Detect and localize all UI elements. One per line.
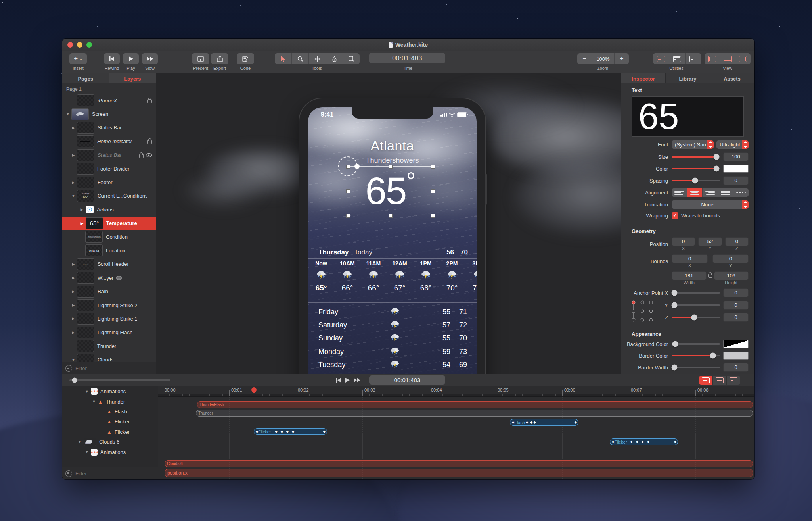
- timeline-row-flicker-2[interactable]: ▲ Flicker: [62, 427, 158, 437]
- layer-row-weather-layer[interactable]: ▶ ⋮ W...yer: [62, 271, 156, 285]
- track-bar-thunderflash[interactable]: ThunderFlash: [197, 401, 753, 408]
- disclosure-triangle[interactable]: ▼: [77, 440, 82, 444]
- selection-handle[interactable]: [346, 214, 350, 218]
- disclosure-triangle[interactable]: ▶: [80, 221, 84, 225]
- layer-row-current-conditions[interactable]: ▼ Atlanta65° Current L...Conditions: [62, 189, 156, 203]
- insert-button[interactable]: +⌄: [69, 53, 87, 64]
- border-color-swatch[interactable]: [723, 352, 749, 360]
- daily-row[interactable]: Sunday5570: [318, 332, 467, 345]
- timeline-row-animations-2[interactable]: ▼ ▲▲▲ Animations: [62, 447, 158, 457]
- wrapping-checkbox[interactable]: ✓: [672, 212, 678, 219]
- present-button[interactable]: [192, 53, 209, 64]
- selection-handle[interactable]: [431, 165, 435, 169]
- selection-handle[interactable]: [431, 214, 435, 218]
- disclosure-triangle[interactable]: ▶: [71, 276, 76, 280]
- disclosure-triangle[interactable]: ▶: [71, 126, 76, 130]
- export-button[interactable]: [211, 53, 228, 64]
- background-color-swatch[interactable]: [723, 340, 749, 348]
- timeline-row-flash[interactable]: ▲ Flash: [62, 407, 158, 417]
- zoom-level[interactable]: 100%: [592, 53, 615, 64]
- layer-row-condition[interactable]: Thundershowers Condition: [62, 230, 156, 244]
- timeline-row-flicker-1[interactable]: ▲ Flicker: [62, 417, 158, 427]
- daily-row[interactable]: Saturday5772: [318, 319, 467, 332]
- keyframe-diamond[interactable]: ◆: [533, 421, 536, 424]
- anchor-x-slider[interactable]: [672, 292, 720, 294]
- selection-handle[interactable]: [346, 189, 350, 193]
- disclosure-triangle[interactable]: ▶: [71, 317, 76, 321]
- timeline-row-clouds-6[interactable]: ▼ Clouds 6: [62, 437, 158, 447]
- keyframe-diamond[interactable]: ◆: [575, 421, 577, 424]
- daily-row[interactable]: Friday5571: [318, 306, 467, 319]
- keyframe-diamond[interactable]: ◆: [292, 430, 294, 433]
- disclosure-triangle[interactable]: ▶: [71, 181, 76, 185]
- pen-tool[interactable]: [326, 53, 343, 64]
- view-right-panel-button[interactable]: [735, 53, 751, 64]
- time-display[interactable]: 00:01:403: [369, 53, 445, 63]
- utilities-console-button[interactable]: [669, 53, 686, 64]
- rewind-button[interactable]: [104, 53, 120, 64]
- align-justify-button[interactable]: [718, 188, 733, 197]
- position-y-field[interactable]: 52: [698, 237, 722, 246]
- daily-row[interactable]: Tuesday5469: [318, 358, 467, 371]
- view-left-panel-button[interactable]: [705, 53, 720, 64]
- keyframe-diamond[interactable]: ◆: [281, 430, 283, 433]
- layer-row-actions[interactable]: ▶ Actions: [62, 203, 156, 216]
- zoom-out-button[interactable]: −: [577, 53, 592, 64]
- timeline-play-button[interactable]: [345, 378, 350, 383]
- layer-row-status-bar-hidden[interactable]: ▶ Status Bar: [62, 148, 156, 162]
- keyframe-bar-flicker-1[interactable]: ◆Flicker ◆◆◆◆ ◆: [254, 428, 327, 435]
- track-bar-thunder[interactable]: Thunder: [196, 410, 753, 417]
- disclosure-triangle[interactable]: ▶: [71, 303, 76, 307]
- border-color-slider[interactable]: [672, 355, 720, 356]
- layer-row-home-indicator[interactable]: Home Indicator: [62, 135, 156, 148]
- zoom-tool[interactable]: [292, 53, 309, 64]
- align-right-button[interactable]: [703, 188, 718, 197]
- track-bar-position-x[interactable]: position.x: [165, 469, 753, 477]
- tab-pages[interactable]: Pages: [62, 73, 109, 84]
- tab-assets[interactable]: Assets: [710, 73, 754, 84]
- border-width-slider[interactable]: [672, 367, 720, 368]
- keyframe-diamond[interactable]: ◆: [674, 440, 676, 444]
- spacing-value[interactable]: 0: [723, 176, 749, 185]
- align-left-button[interactable]: [672, 188, 687, 197]
- iphone-x-frame[interactable]: 9:41 Atlanta Thundershowers 65°: [299, 98, 485, 374]
- keyframe-diamond[interactable]: ◆: [275, 430, 278, 433]
- timeline-time-display[interactable]: 00:01:403: [369, 375, 445, 385]
- disclosure-triangle[interactable]: ▼: [65, 112, 70, 116]
- select-tool[interactable]: [275, 53, 292, 64]
- position-z-field[interactable]: 0: [725, 237, 749, 246]
- bounds-x-field[interactable]: 0: [672, 254, 708, 263]
- timeline-ruler[interactable]: 00:00 00:01 00:02 00:03 00:04 00:05 00:0…: [158, 386, 754, 397]
- height-field[interactable]: 109: [714, 271, 749, 280]
- layer-row-location[interactable]: Atlanta Location: [62, 244, 156, 257]
- layers-filter-input[interactable]: [75, 365, 124, 372]
- tab-inspector[interactable]: Inspector: [621, 73, 666, 84]
- layer-row-lightning-strike-1[interactable]: ▶ Lightning Strike 1: [62, 312, 156, 325]
- anchor-y-value[interactable]: 0: [723, 301, 749, 310]
- eye-icon[interactable]: [146, 153, 152, 157]
- code-button[interactable]: [237, 53, 254, 64]
- border-width-value[interactable]: 0: [723, 363, 749, 372]
- size-slider[interactable]: [672, 156, 720, 158]
- timeline-view-curves-button[interactable]: [713, 376, 727, 385]
- disclosure-triangle[interactable]: ▶: [71, 290, 76, 294]
- position-x-field[interactable]: 0: [672, 237, 695, 246]
- layer-row-status-bar[interactable]: ▶— Status Bar: [62, 121, 156, 135]
- layer-row-lightning-flash[interactable]: ▶ Lightning Flash: [62, 326, 156, 339]
- timeline-rewind-button[interactable]: [336, 378, 341, 383]
- timeline-row-thunder[interactable]: ▼ ▲ Thunder: [62, 396, 158, 406]
- size-value[interactable]: 100: [723, 152, 749, 161]
- keyframe-diamond[interactable]: ◆: [530, 421, 532, 424]
- anchor-z-slider[interactable]: [672, 317, 720, 318]
- layer-row-thunder[interactable]: Thunder: [62, 339, 156, 353]
- zoom-in-button[interactable]: +: [615, 53, 629, 64]
- view-bottom-panel-button[interactable]: [720, 53, 735, 64]
- anchor-y-slider[interactable]: [672, 304, 720, 306]
- daily-row[interactable]: Monday5973: [318, 345, 467, 358]
- track-bar-clouds-6[interactable]: Clouds 6: [165, 460, 753, 467]
- tab-layers[interactable]: Layers: [109, 73, 156, 84]
- align-center-button[interactable]: [687, 188, 703, 197]
- anchor-point-grid[interactable]: [633, 302, 651, 320]
- spacing-slider[interactable]: [672, 180, 720, 181]
- utilities-settings-button[interactable]: [686, 53, 701, 64]
